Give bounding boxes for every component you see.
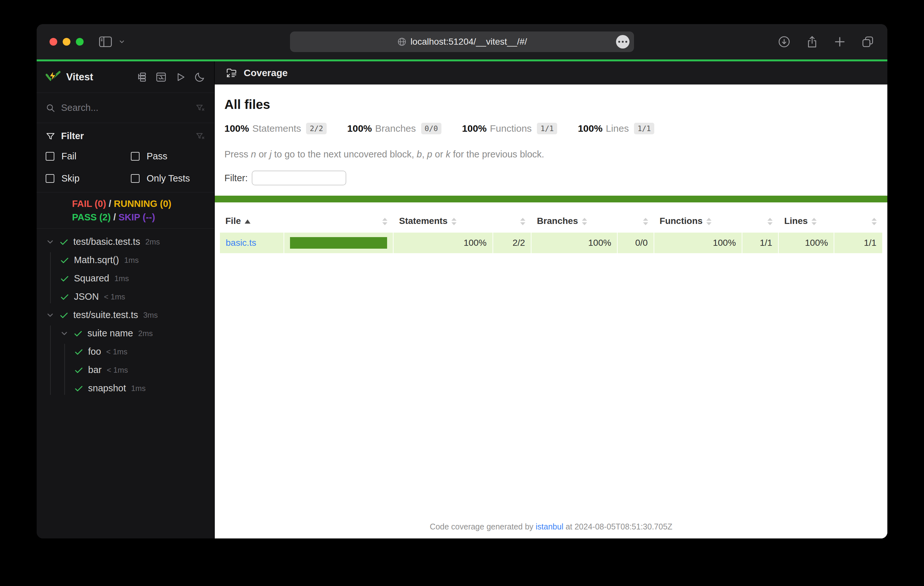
coverage-report-icon xyxy=(226,67,237,79)
file-filter-label: Filter: xyxy=(224,173,248,183)
chevron-down-icon[interactable] xyxy=(46,237,54,247)
dark-mode-icon[interactable] xyxy=(194,72,205,82)
lines-raw-cell: 1/1 xyxy=(834,232,883,253)
column-branches-raw[interactable] xyxy=(617,210,653,232)
coverage-bar-cell xyxy=(284,232,393,253)
tree-file-row[interactable]: test/suite.test.ts 3ms xyxy=(37,306,214,324)
test-duration: < 1ms xyxy=(106,347,127,356)
pass-check-icon xyxy=(59,310,69,320)
run-all-icon[interactable] xyxy=(175,72,186,82)
share-icon[interactable] xyxy=(806,35,818,48)
test-explorer-tree: test/basic.test.ts 2ms Math.sqrt() 1ms xyxy=(37,229,214,397)
filter-checkbox-skip[interactable]: Skip xyxy=(46,173,131,184)
sidebar-search xyxy=(37,93,214,123)
file-cell: basic.ts xyxy=(219,232,284,253)
file-filter-input[interactable] xyxy=(252,171,346,185)
column-file[interactable]: File xyxy=(219,210,284,232)
vitest-sidebar: Vitest xyxy=(37,61,215,538)
minimize-window-button[interactable] xyxy=(63,38,70,46)
zoom-window-button[interactable] xyxy=(76,38,84,46)
pass-check-icon xyxy=(74,365,84,375)
test-name: Math.sqrt() xyxy=(74,255,119,265)
checkbox-icon[interactable] xyxy=(131,174,140,183)
column-functions[interactable]: Functions xyxy=(654,210,742,232)
tree-view-icon[interactable] xyxy=(136,72,147,82)
column-functions-raw[interactable] xyxy=(742,210,778,232)
test-name: foo xyxy=(88,346,101,357)
tree-test-row[interactable]: Math.sqrt() 1ms xyxy=(37,251,214,269)
chevron-down-icon[interactable] xyxy=(46,311,54,320)
sidebar-toggle-icon[interactable] xyxy=(99,36,112,47)
test-name: JSON xyxy=(74,291,99,302)
filter-checkbox-only-tests[interactable]: Only Tests xyxy=(131,173,205,184)
fraction-badge: 2/2 xyxy=(306,123,327,134)
test-duration: 1ms xyxy=(124,256,139,265)
branches-pct-cell: 100% xyxy=(531,232,617,253)
tab-overview-icon[interactable] xyxy=(861,35,874,48)
clear-search-filter-icon[interactable] xyxy=(195,103,205,113)
test-duration: < 1ms xyxy=(107,365,128,375)
sorter-icon[interactable] xyxy=(706,218,711,225)
sorter-icon[interactable] xyxy=(451,218,457,225)
checkbox-icon[interactable] xyxy=(46,152,54,161)
pass-check-icon xyxy=(73,329,83,338)
column-statements[interactable]: Statements xyxy=(393,210,493,232)
tree-test-row[interactable]: bar < 1ms xyxy=(37,361,214,379)
test-file-name: test/suite.test.ts xyxy=(73,310,138,320)
pass-check-icon xyxy=(74,384,84,393)
ellipsis-icon xyxy=(618,41,627,43)
sorter-icon[interactable] xyxy=(520,218,525,225)
pass-count: PASS (2) xyxy=(72,212,111,222)
chevron-down-icon[interactable] xyxy=(60,329,69,338)
chevron-down-icon[interactable] xyxy=(118,38,125,45)
stat-functions: 100% Functions 1/1 xyxy=(462,123,557,134)
sorter-icon[interactable] xyxy=(767,218,772,225)
tree-file-row[interactable]: test/basic.test.ts 2ms xyxy=(37,233,214,251)
sorter-icon[interactable] xyxy=(643,218,648,225)
suite-name: suite name xyxy=(87,328,133,339)
column-chart[interactable] xyxy=(284,210,393,232)
report-footer: Code coverage generated by istanbul at 2… xyxy=(215,522,887,532)
test-duration: 2ms xyxy=(138,329,153,338)
fraction-badge: 1/1 xyxy=(634,123,655,134)
checkbox-icon[interactable] xyxy=(46,174,54,183)
tree-test-row[interactable]: JSON < 1ms xyxy=(37,288,214,306)
checkbox-icon[interactable] xyxy=(131,152,140,161)
sorter-icon[interactable] xyxy=(812,218,817,225)
vitest-logo xyxy=(46,70,61,84)
sorter-icon[interactable] xyxy=(871,218,877,225)
column-statements-raw[interactable] xyxy=(493,210,531,232)
tree-test-row[interactable]: snapshot 1ms xyxy=(37,379,214,397)
clear-filter-icon[interactable] xyxy=(195,132,205,141)
test-duration: 2ms xyxy=(145,237,160,247)
sorter-icon[interactable] xyxy=(382,218,388,225)
stat-statements: 100% Statements 2/2 xyxy=(224,123,327,134)
column-lines-raw[interactable] xyxy=(834,210,883,232)
page-settings-button[interactable] xyxy=(616,35,630,48)
coverage-status-line xyxy=(215,196,887,202)
filter-section: Filter Fail xyxy=(37,123,214,192)
dashboard-icon[interactable] xyxy=(156,72,167,82)
downloads-icon[interactable] xyxy=(777,35,791,48)
tree-suite-row[interactable]: suite name 2ms xyxy=(37,324,214,342)
filter-checkbox-fail[interactable]: Fail xyxy=(46,151,131,161)
test-name: snapshot xyxy=(88,383,126,393)
branches-raw-cell: 0/0 xyxy=(617,232,653,253)
filter-checkbox-pass[interactable]: Pass xyxy=(131,151,205,161)
stat-branches: 100% Branches 0/0 xyxy=(347,123,441,134)
fraction-badge: 0/0 xyxy=(421,123,442,134)
new-tab-icon[interactable] xyxy=(833,35,846,48)
column-branches[interactable]: Branches xyxy=(531,210,617,232)
column-lines[interactable]: Lines xyxy=(778,210,834,232)
close-window-button[interactable] xyxy=(50,38,57,46)
tree-test-row[interactable]: Squared 1ms xyxy=(37,269,214,288)
tree-test-row[interactable]: foo < 1ms xyxy=(37,342,214,361)
coverage-stats: 100% Statements 2/2 100% Branches 0/0 10… xyxy=(224,123,878,134)
search-input[interactable] xyxy=(61,102,195,113)
istanbul-link[interactable]: istanbul xyxy=(536,522,563,531)
test-duration: 3ms xyxy=(143,311,158,320)
file-link[interactable]: basic.ts xyxy=(226,238,256,248)
address-bar[interactable]: localhost:51204/__vitest__/#/ xyxy=(290,31,634,52)
sidebar-header: Vitest xyxy=(37,61,214,93)
sorter-icon[interactable] xyxy=(582,218,587,225)
